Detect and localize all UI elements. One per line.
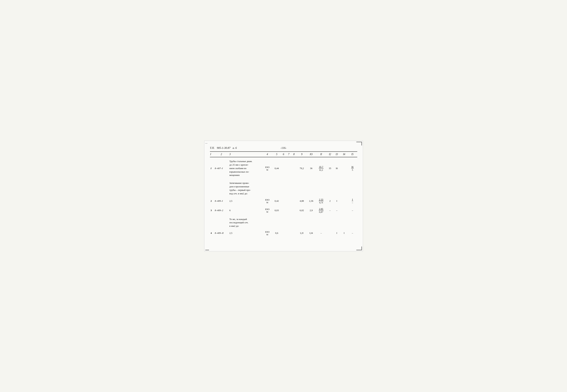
- row3-c4-unit: М: [263, 211, 272, 213]
- row3-c8: [291, 207, 297, 214]
- header-sheet: а. 6: [233, 146, 237, 150]
- desc-row1-c1: [210, 180, 214, 196]
- desc-row2-text: То же, за каждый последующий сеч. в мм2 …: [229, 217, 262, 229]
- corner-bracket-bottom-left: [205, 250, 209, 250]
- row3-desc: 6: [229, 207, 262, 214]
- spacer-row-2: [210, 177, 357, 180]
- row2-c4-val: IOO: [265, 198, 269, 201]
- row4-c4: IOO М: [262, 230, 272, 236]
- desc-row2-empty: [262, 217, 357, 229]
- col-header-11: II: [315, 152, 327, 157]
- row2-num: 2: [210, 198, 214, 205]
- page: — Т.П. 905-1-30.87 а. 6 -116- I 2 3 4 5 …: [204, 141, 363, 251]
- row1-c15: I6 5: [348, 159, 357, 177]
- row3-c14: [341, 207, 348, 214]
- header-series: Т.П.: [210, 146, 215, 150]
- spacer-row-1: [210, 157, 357, 159]
- row4-c5: 0,6: [272, 230, 281, 236]
- table-row: 3 8–409–2 6 IOO М 0,03 6,02 2,9 2: [210, 207, 357, 214]
- col-header-13: I3: [333, 152, 341, 157]
- main-table: I 2 3 4 5 6 7 8 9 IO II I2 I3 I4 I5: [210, 151, 357, 241]
- row1-c11: 35,7 I2,2: [315, 159, 327, 177]
- desc-row2-c1: [210, 217, 214, 229]
- page-header: Т.П. 905-1-30.87 а. 6 -116-: [210, 146, 357, 150]
- table-container: I 2 3 4 5 6 7 8 9 IO II I2 I3 I4 I5: [210, 151, 357, 241]
- row1-c6: [281, 159, 286, 177]
- col-header-4: 4: [262, 152, 272, 157]
- row3-c5: 0,03: [272, 207, 281, 214]
- row2-c8: [291, 198, 297, 205]
- row2-c14: [341, 198, 348, 205]
- col-header-3: 3: [229, 152, 262, 157]
- row2-c11-den: 0,7I: [319, 201, 324, 204]
- row2-c10: 2,36: [307, 198, 315, 205]
- desc-row1-empty: [262, 180, 357, 196]
- desc-row-2: То же, за каждый последующий сеч. в мм2 …: [210, 217, 357, 229]
- row3-code: 8–409–2: [214, 207, 229, 214]
- row1-desc: Трубы стальные диам. до 25 мм с крепле- …: [229, 159, 262, 177]
- row1-c8: [291, 159, 297, 177]
- row2-c11-num: 2,33: [319, 198, 324, 201]
- col-header-5: 5: [272, 152, 281, 157]
- row2-c6: [281, 198, 286, 205]
- row4-desc: 2,5: [229, 230, 262, 236]
- header-page-center: -116-: [281, 146, 286, 150]
- table-row: 4 8–409–II 2,5 IOO М 0,6 I,2I I,I4 – I: [210, 230, 357, 236]
- corner-mark-top-left: —: [205, 142, 208, 145]
- row3-num: 3: [210, 207, 214, 214]
- row2-c12: 2: [327, 198, 333, 205]
- row1-c4: IOO М: [262, 159, 272, 177]
- row4-c12: [327, 230, 333, 236]
- row1-c5: 0,44: [272, 159, 281, 177]
- row3-c4: IOO М: [262, 207, 272, 214]
- row2-c4-unit: М: [263, 201, 272, 204]
- row4-c11: –: [315, 230, 327, 236]
- spacer-row-6: [210, 229, 357, 230]
- row2-c15: I –: [348, 198, 357, 205]
- desc-row1-text: Затягивание прово- дов в проложенные тру…: [229, 180, 262, 196]
- row4-c13: I: [333, 230, 341, 236]
- row3-c12: –: [327, 207, 333, 214]
- desc-row-1: Затягивание прово- дов в проложенные тру…: [210, 180, 357, 196]
- col-header-14: I4: [341, 152, 348, 157]
- row3-c9: 6,02: [297, 207, 307, 214]
- row4-c7: [286, 230, 291, 236]
- col-header-10: IO: [307, 152, 315, 157]
- col-header-15: I5: [348, 152, 357, 157]
- row3-c11-num: 2,85: [319, 208, 324, 210]
- row1-c15-num: I6: [351, 165, 354, 168]
- table-row: 2 8–409–I 2,5 IOO М 0,42 4,88 2,36: [210, 198, 357, 205]
- row1-c14: [341, 159, 348, 177]
- row4-c4-unit: М: [263, 233, 272, 236]
- row4-code: 8–409–II: [214, 230, 229, 236]
- row2-c11: 2,33 0,7I: [315, 198, 327, 205]
- col-header-2: 2: [214, 152, 229, 157]
- col-header-1: I: [210, 152, 214, 157]
- row1-c13: I6: [333, 159, 341, 177]
- row4-c8: [291, 230, 297, 236]
- spacer-row-5: [210, 214, 357, 217]
- row2-c7: [286, 198, 291, 205]
- row4-num: 4: [210, 230, 214, 236]
- spacer-row-4: [210, 205, 357, 207]
- col-header-8: 8: [291, 152, 297, 157]
- row4-c9: I,2I: [297, 230, 307, 236]
- row2-c9: 4,88: [297, 198, 307, 205]
- row1-c12: 35: [327, 159, 333, 177]
- row2-c15-num: I: [352, 198, 353, 201]
- row1-c4-val: IOO: [265, 166, 269, 168]
- row4-c4-val: IOO: [265, 230, 269, 233]
- col-header-6: 6: [281, 152, 286, 157]
- row4-c10: I,I4: [307, 230, 315, 236]
- row1-c11-num: 35,7: [319, 165, 324, 168]
- row1-code: 8–407–I: [214, 159, 229, 177]
- col-header-7: 7: [286, 152, 291, 157]
- row3-c7: [286, 207, 291, 214]
- corner-bracket-bottom-right: [356, 247, 362, 250]
- row4-c15: –: [348, 230, 357, 236]
- spacer-row-3: [210, 196, 357, 198]
- row1-c10: 36: [307, 159, 315, 177]
- row2-c15-den: –: [352, 201, 354, 204]
- row2-c5: 0,42: [272, 198, 281, 205]
- row1-c9: 79,2: [297, 159, 307, 177]
